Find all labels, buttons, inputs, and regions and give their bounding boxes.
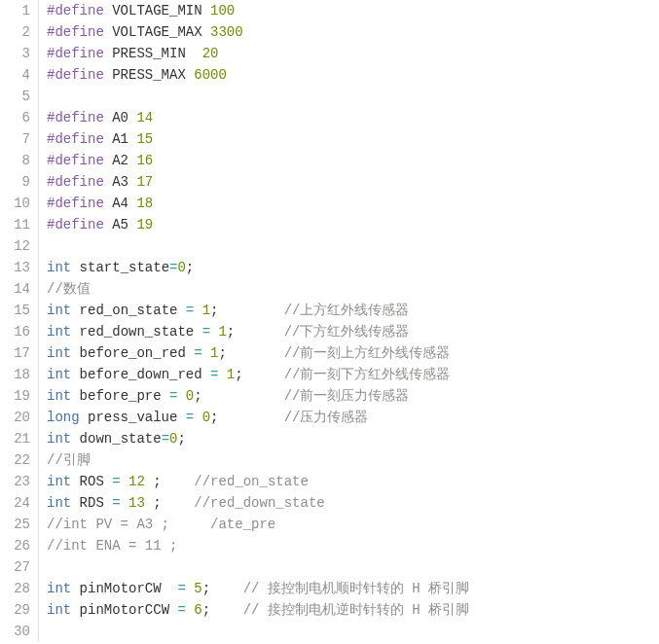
token-text [186, 602, 194, 618]
token-text: pinMotorCW [71, 581, 177, 596]
token-text: red_down_state [71, 324, 201, 340]
line-number: 17 [0, 342, 30, 364]
line-number: 3 [0, 43, 30, 64]
token-number: 18 [136, 196, 153, 211]
token-preprocessor: #define [47, 196, 104, 211]
token-number: 0 [186, 388, 194, 404]
token-preprocessor: #define [47, 110, 104, 125]
token-number: 0 [202, 410, 210, 425]
token-text: press_value [80, 410, 186, 425]
token-type: int [47, 303, 71, 318]
token-number: 3300 [210, 24, 243, 40]
token-type: int [47, 474, 71, 489]
token-type: long [47, 410, 80, 425]
code-line: int red_on_state = 1; //上方红外线传感器 [47, 300, 659, 321]
token-text [186, 581, 194, 596]
line-number: 4 [0, 64, 30, 86]
line-number: 9 [0, 171, 30, 193]
token-text: RDS [71, 495, 112, 511]
token-type: int [47, 367, 71, 382]
line-number: 6 [0, 107, 30, 128]
token-type: int [47, 602, 71, 618]
code-line: int start_state=0; [47, 257, 659, 278]
token-number: 15 [136, 131, 153, 147]
line-number: 2 [0, 21, 30, 43]
code-line: int pinMotorCW = 5; // 接控制电机顺时针转的 H 桥引脚 [47, 578, 659, 599]
token-comment: //前一刻压力传感器 [284, 388, 410, 404]
code-editor: 1234567891011121314151617181920212223242… [0, 0, 659, 642]
token-text: ROS [71, 474, 112, 489]
code-line: int before_down_red = 1; //前一刻下方红外线传感器 [47, 364, 659, 385]
code-line: #define A0 14 [47, 107, 659, 128]
token-operator: = [194, 345, 201, 361]
token-number: 1 [202, 303, 210, 318]
line-number: 14 [0, 278, 30, 300]
token-number: 1 [227, 367, 235, 382]
token-operator: = [186, 410, 194, 425]
token-comment: //red_down_state [194, 495, 324, 511]
token-text: PRESS_MIN [104, 46, 202, 61]
code-line [47, 86, 659, 107]
token-text: ; [145, 474, 194, 489]
token-text: A3 [104, 174, 137, 190]
line-number: 25 [0, 514, 30, 535]
line-number: 23 [0, 471, 30, 492]
token-text [177, 388, 185, 404]
token-text: ; [210, 303, 284, 318]
code-line: #define A4 18 [47, 193, 659, 214]
token-preprocessor: #define [47, 131, 104, 147]
token-preprocessor: #define [47, 46, 104, 61]
token-text [194, 303, 201, 318]
token-operator: = [186, 303, 194, 318]
code-line: //int ENA = 11 ; [47, 535, 659, 556]
token-preprocessor: #define [47, 67, 104, 83]
token-comment: //压力传感器 [284, 410, 369, 425]
token-number: 0 [177, 260, 185, 275]
code-line: #define PRESS_MIN 20 [47, 43, 659, 64]
token-comment: //引脚 [47, 452, 91, 468]
token-text: ; [202, 602, 243, 618]
line-number: 15 [0, 300, 30, 321]
token-comment: //前一刻下方红外线传感器 [284, 367, 451, 382]
token-type: int [47, 260, 71, 275]
token-number: 5 [194, 581, 201, 596]
code-line: #define A5 19 [47, 214, 659, 235]
token-text [121, 474, 128, 489]
token-comment: // 接控制电机逆时针转的 H 桥引脚 [243, 602, 469, 618]
code-line: #define VOLTAGE_MIN 100 [47, 0, 659, 21]
token-operator: = [162, 431, 169, 447]
code-line: int red_down_state = 1; //下方红外线传感器 [47, 321, 659, 342]
token-number: 13 [128, 495, 145, 511]
token-number: 100 [210, 3, 235, 18]
token-preprocessor: #define [47, 24, 104, 40]
token-type: int [47, 581, 71, 596]
line-number: 22 [0, 449, 30, 471]
token-text: before_down_red [71, 367, 210, 382]
code-line: int before_on_red = 1; //前一刻上方红外线传感器 [47, 342, 659, 364]
token-preprocessor: #define [47, 153, 104, 168]
token-preprocessor: #define [47, 174, 104, 190]
token-type: int [47, 388, 71, 404]
token-text: start_state [71, 260, 169, 275]
line-number: 20 [0, 407, 30, 428]
token-text: ; [235, 367, 283, 382]
line-number: 16 [0, 321, 30, 342]
token-text: ; [227, 324, 284, 340]
code-line: //int PV = A3 ; /ate_pre [47, 514, 659, 535]
line-number: 21 [0, 428, 30, 449]
code-line: #define PRESS_MAX 6000 [47, 64, 659, 86]
line-number: 24 [0, 492, 30, 514]
token-comment: //前一刻上方红外线传感器 [284, 345, 451, 361]
line-number: 13 [0, 257, 30, 278]
token-text: ; [218, 345, 283, 361]
token-type: int [47, 345, 71, 361]
token-text: before_pre [71, 388, 169, 404]
line-number: 28 [0, 578, 30, 599]
token-operator: = [202, 324, 210, 340]
line-number: 18 [0, 364, 30, 385]
token-text: pinMotorCCW [71, 602, 177, 618]
line-number: 8 [0, 150, 30, 171]
code-line: #define A2 16 [47, 150, 659, 171]
line-number: 26 [0, 535, 30, 556]
token-comment: //int ENA = 11 ; [47, 538, 177, 554]
